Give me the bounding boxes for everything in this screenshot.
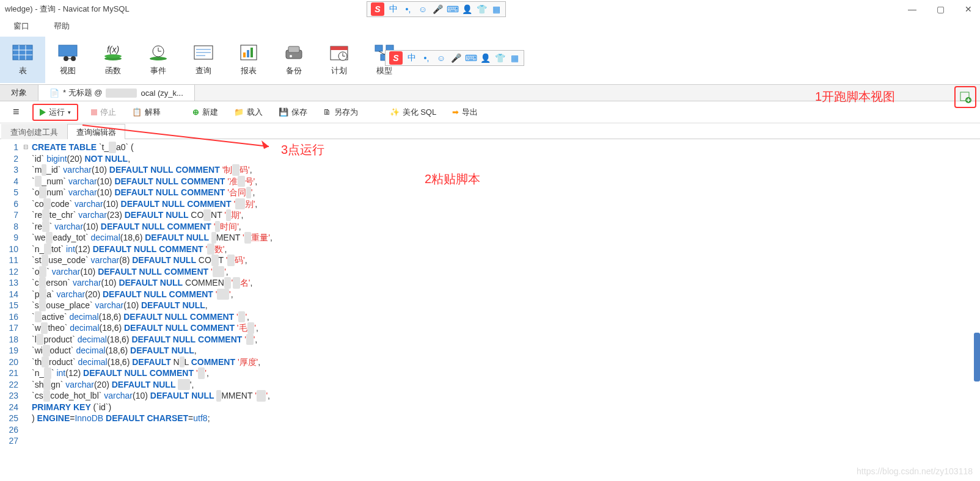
maximize-button[interactable]: ▢: [934, 2, 947, 16]
menu-help[interactable]: 帮助: [54, 21, 70, 32]
svg-point-7: [71, 56, 76, 61]
svg-rect-32: [375, 45, 382, 51]
scrollbar-thumb[interactable]: [974, 333, 980, 382]
view-icon: [57, 43, 79, 62]
load-button[interactable]: 📁载入: [231, 105, 266, 120]
run-button[interactable]: 运行▾: [32, 104, 78, 121]
sogou-icon: S: [389, 51, 403, 65]
folder-icon: 📁: [234, 107, 244, 117]
query-subtabs: 查询创建工具 查询编辑器: [0, 123, 980, 139]
saveas-button[interactable]: 🗎另存为: [320, 105, 361, 120]
report-icon: [238, 43, 260, 62]
save-button[interactable]: 💾保存: [276, 105, 310, 120]
new-query-icon-button[interactable]: [954, 86, 976, 108]
ribbon-report[interactable]: 报表: [226, 37, 271, 83]
export-button[interactable]: ➡导出: [449, 105, 481, 120]
svg-rect-5: [59, 45, 77, 56]
ribbon-query[interactable]: 查询: [181, 37, 226, 83]
svg-rect-28: [331, 46, 348, 50]
svg-line-35: [379, 51, 384, 54]
toolbar-menu-button[interactable]: ≡: [10, 104, 23, 120]
ribbon-schedule[interactable]: 计划: [316, 37, 362, 83]
minimize-button[interactable]: —: [905, 2, 919, 16]
event-icon: [147, 43, 169, 62]
disk-icon: 💾: [279, 107, 288, 117]
table-icon: [12, 43, 34, 62]
close-button[interactable]: ✕: [962, 2, 975, 16]
beautify-button[interactable]: ✨美化 SQL: [387, 105, 440, 120]
tab-query-builder[interactable]: 查询创建工具: [1, 124, 67, 139]
svg-point-26: [290, 55, 292, 57]
ribbon-event[interactable]: 事件: [136, 37, 181, 83]
stop-button[interactable]: 停止: [88, 105, 119, 120]
ribbon-backup[interactable]: 备份: [271, 37, 316, 83]
query-icon: [192, 43, 214, 62]
ribbon-view[interactable]: 视图: [45, 37, 90, 83]
explain-icon: 📋: [132, 107, 142, 117]
sql-editor[interactable]: 1234567891011121314151617181920212223242…: [0, 139, 980, 447]
stop-icon: [91, 109, 97, 115]
svg-rect-22: [247, 50, 249, 57]
svg-point-10: [104, 54, 122, 58]
query-tab-icon: 📄: [49, 89, 59, 98]
code-area[interactable]: CREATE TABLE `t_ a0` ( `id` bigint(20) N…: [29, 139, 272, 447]
line-gutter: 1234567891011121314151617181920212223242…: [0, 139, 22, 447]
ribbon-table[interactable]: 表: [0, 37, 45, 83]
svg-point-6: [64, 56, 68, 61]
svg-rect-25: [288, 46, 299, 52]
window-title: wledge) - 查询 - Navicat for MySQL: [5, 4, 130, 15]
svg-rect-0: [13, 45, 32, 60]
query-toolbar: ≡ 运行▾ 停止 📋解释 ⊕新建 📁载入 💾保存 🗎另存为 ✨美化 SQL ➡导…: [0, 101, 980, 123]
menu-bar: 窗口 帮助: [0, 18, 980, 34]
new-button[interactable]: ⊕新建: [189, 105, 221, 120]
plus-icon: ⊕: [192, 107, 199, 117]
tab-query-editor[interactable]: 查询编辑器: [67, 124, 125, 139]
svg-rect-23: [250, 48, 253, 57]
svg-rect-21: [243, 52, 246, 57]
svg-point-12: [150, 57, 167, 60]
export-icon: ➡: [452, 107, 459, 117]
fx-icon: f(x): [102, 43, 124, 62]
svg-text:f(x): f(x): [107, 45, 119, 54]
tab-objects[interactable]: 对象: [0, 85, 38, 101]
tab-query-untitled[interactable]: 📄 * 无标题 @xxxxxxocal (zy_k...: [38, 85, 195, 101]
fold-column: ⊟: [22, 139, 29, 447]
sogou-icon: S: [371, 2, 384, 16]
wand-icon: ✨: [390, 107, 400, 117]
ime-toolbar-top[interactable]: S 中 •, ☺ 🎤 ⌨ 👤 👕 ▦: [367, 1, 506, 17]
window-controls: — ▢ ✕: [905, 2, 975, 16]
watermark: https://blog.csdn.net/zy103118: [857, 466, 973, 476]
schedule-icon: [328, 43, 350, 62]
ime-toolbar-ribbon[interactable]: S 中 •, ☺ 🎤 ⌨ 👤 👕 ▦: [385, 50, 524, 66]
document-tabs: 对象 📄 * 无标题 @xxxxxxocal (zy_k...: [0, 84, 980, 101]
saveas-icon: 🗎: [323, 107, 331, 117]
play-icon: [40, 109, 46, 116]
ribbon-function[interactable]: f(x) 函数: [90, 37, 136, 83]
backup-icon: [283, 43, 305, 62]
explain-button[interactable]: 📋解释: [129, 105, 164, 120]
menu-window[interactable]: 窗口: [13, 21, 29, 32]
